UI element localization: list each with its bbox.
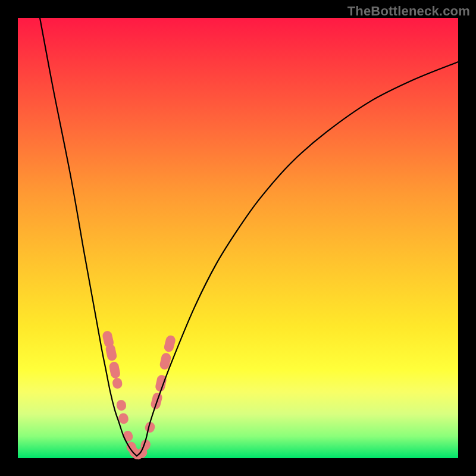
marker-dot <box>105 343 118 362</box>
bottleneck-curve-plot <box>18 18 458 458</box>
watermark-label: TheBottleneck.com <box>347 4 470 19</box>
marker-dot <box>108 361 121 380</box>
marker-layer <box>102 330 177 460</box>
svg-rect-1 <box>105 343 118 362</box>
marker-dot <box>112 377 123 390</box>
curve-right-branch <box>137 62 458 456</box>
svg-rect-2 <box>108 361 121 380</box>
marker-dot <box>163 334 176 353</box>
chart-frame <box>18 18 458 458</box>
curve-left-branch <box>40 18 137 456</box>
svg-rect-4 <box>115 399 127 411</box>
marker-dot <box>115 399 127 411</box>
svg-rect-3 <box>112 377 123 390</box>
svg-rect-16 <box>163 334 176 353</box>
